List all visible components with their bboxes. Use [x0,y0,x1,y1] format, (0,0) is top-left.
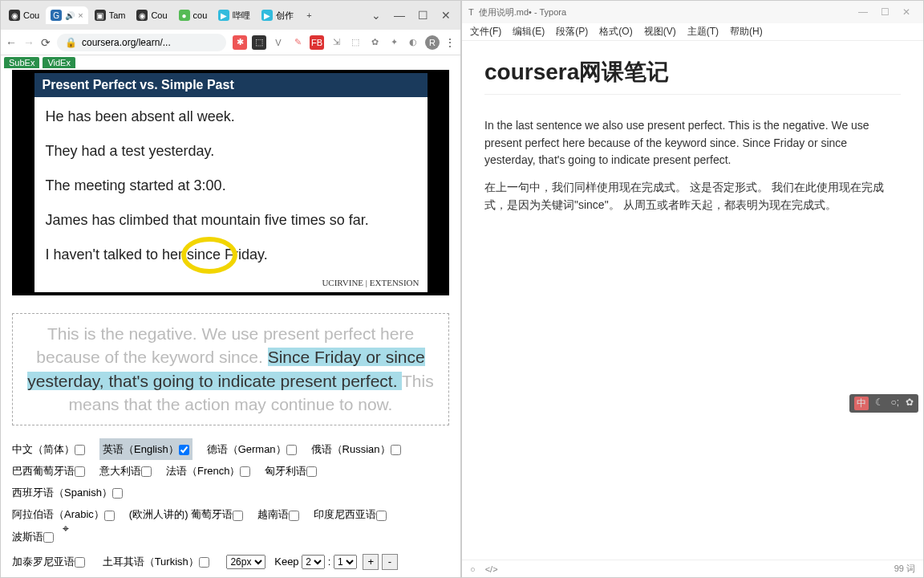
maximize-icon[interactable]: ☐ [418,9,428,22]
tab-4[interactable]: ●cou [174,6,213,24]
menu-icon[interactable]: ⋮ [444,36,456,49]
lang-checkbox[interactable] [391,445,401,455]
plus-button[interactable]: + [363,554,379,570]
ext-icon[interactable]: ✎ [290,35,305,50]
lang-option[interactable]: 德语（German） [207,438,297,460]
word-count[interactable]: 99 词 [894,563,915,575]
minimize-icon[interactable]: — [394,9,405,22]
lang-label: 英语（English） [103,443,179,455]
typora-titlebar: T 使用说明.md• - Typora — ☐ ✕ [462,1,923,23]
lang-checkbox[interactable] [75,557,85,568]
tab-0[interactable]: ◉Cou [4,6,44,24]
lang-option[interactable]: 越南语 [257,503,299,525]
ratio-select[interactable]: 1 [334,555,357,569]
typora-editor[interactable]: coursera网课笔记 In the last sentence we als… [462,41,923,560]
keep-select[interactable]: 2 [302,555,325,569]
lang-checkbox[interactable] [112,488,123,499]
doc-paragraph[interactable]: In the last sentence we also use present… [484,117,901,169]
lang-checkbox[interactable] [104,511,115,521]
tab-2[interactable]: ▣Tam [90,6,131,24]
lang-checkbox[interactable] [289,511,299,521]
fontsize-select[interactable]: 26px [226,555,265,569]
back-icon[interactable]: ← [6,36,17,49]
lang-checkbox[interactable] [75,466,85,477]
tab-1-active[interactable]: G🔊× [46,6,87,24]
lang-option[interactable]: (欧洲人讲的) 葡萄牙语 [129,503,243,525]
ext-icon[interactable]: ◐ [406,35,420,50]
video-player[interactable]: Present Perfect vs. Simple Past He has b… [12,70,449,295]
slide-line: The meeting started at 3:00. [46,177,416,194]
close-icon[interactable]: ✕ [441,9,451,22]
lang-option[interactable]: 加泰罗尼亚语 [12,551,85,572]
tab-5[interactable]: ▶哔哩 [213,6,255,25]
ext-icon[interactable]: ⬚ [348,35,363,50]
lang-checkbox[interactable] [306,466,317,477]
menu-theme[interactable]: 主题(T) [687,25,719,39]
maximize-icon[interactable]: ☐ [881,6,890,18]
ime-toolbar[interactable]: 中 ☾ ○; ✿ [849,394,918,413]
lang-option[interactable]: 巴西葡萄牙语 [12,460,85,482]
lang-checkbox[interactable] [43,532,54,543]
ext-icon[interactable]: ⇲ [329,35,343,50]
lang-checkbox[interactable] [141,466,152,477]
menu-format[interactable]: 格式(O) [599,25,632,39]
cursor-icon: ⌖ [63,522,69,535]
avatar[interactable]: R [425,35,440,50]
menu-paragraph[interactable]: 段落(P) [556,25,588,39]
moon-icon[interactable]: ☾ [875,397,884,410]
menu-edit[interactable]: 编辑(E) [513,25,545,39]
close-icon[interactable]: ✕ [902,6,910,18]
slide-line: I haven't talked to her since Friday. [46,246,416,263]
chevron-down-icon[interactable]: ⌄ [371,9,381,22]
lang-option[interactable]: 西班牙语（Spanish） [12,482,123,503]
lang-option[interactable]: 英语（English） [99,438,192,460]
lang-option[interactable]: 中文（简体） [12,438,85,460]
minus-button[interactable]: - [382,554,398,570]
lang-checkbox[interactable] [286,445,297,455]
tab-3[interactable]: ◉Cou [132,6,172,24]
ext-icon[interactable]: ⬚ [252,35,266,50]
lang-option[interactable]: 波斯语 [12,526,54,547]
language-selector: 中文（简体）英语（English）德语（German）俄语（Russian） 巴… [12,438,449,573]
lang-checkbox[interactable] [75,445,85,455]
ext-icon[interactable]: V [271,35,286,50]
menu-view[interactable]: 视图(V) [644,25,676,39]
doc-paragraph[interactable]: 在上一句中，我们同样使用现在完成式。 这是否定形式。 我们在此使用现在完成式，是… [484,179,901,214]
doc-heading[interactable]: coursera网课笔记 [484,57,901,95]
puzzle-icon[interactable]: ✦ [387,35,401,50]
lang-checkbox[interactable] [376,511,387,521]
lang-option[interactable]: 印度尼西亚语 [314,503,387,525]
videx-badge[interactable]: VidEx [43,57,75,68]
gear-icon[interactable]: ✿ [906,397,914,410]
lang-checkbox[interactable] [199,557,209,568]
subex-badge[interactable]: SubEx [4,57,39,68]
lang-checkbox[interactable] [179,445,189,455]
menu-help[interactable]: 帮助(H) [730,25,763,39]
outline-icon[interactable]: ○ [470,564,476,574]
lang-option[interactable]: 法语（French） [166,460,250,482]
lang-checkbox[interactable] [240,466,250,477]
lang-option[interactable]: 匈牙利语 [265,460,317,482]
close-icon[interactable]: × [78,10,83,20]
lang-checkbox[interactable] [233,511,243,521]
ext-icon[interactable]: ✱ [233,35,247,50]
minimize-icon[interactable]: — [858,6,868,18]
tab-new[interactable]: + [300,7,318,23]
ext-icon[interactable]: ✿ [367,35,382,50]
menu-file[interactable]: 文件(F) [470,25,501,39]
forward-icon[interactable]: → [23,36,34,49]
lang-option[interactable]: 意大利语 [99,460,152,482]
code-icon[interactable]: </> [485,564,498,574]
tool-icon[interactable]: ○; [890,397,899,410]
reload-icon[interactable]: ⟳ [41,36,51,49]
ext-icon[interactable]: FB [310,35,324,50]
lang-label: 德语（German） [207,443,286,455]
lang-option[interactable]: 土耳其语（Turkish） [103,551,209,572]
extension-badges: SubEx VidEx [1,55,460,68]
caption-box[interactable]: This is the negative. We use present per… [12,313,449,425]
tab-6[interactable]: ▶创作 [257,6,298,25]
ime-indicator[interactable]: 中 [854,397,869,410]
lang-option[interactable]: 俄语（Russian） [311,438,401,460]
lang-label: (欧洲人讲的) 葡萄牙语 [129,508,233,520]
url-input[interactable]: 🔒 coursera.org/learn/... [57,34,226,51]
